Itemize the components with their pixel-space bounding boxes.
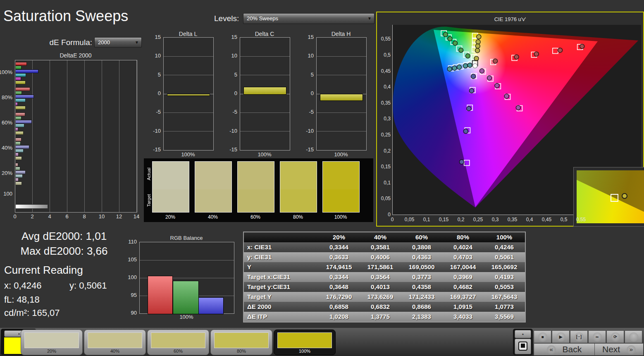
current-cdm2: cd/m²: 165,07	[4, 308, 60, 318]
levels-dropdown[interactable]: 20% Sweeps ▼	[243, 13, 374, 24]
cie-measured-circle	[469, 88, 474, 93]
table-cell: 0,3808	[401, 242, 442, 252]
deltae-group-label: 40%	[2, 145, 12, 151]
deltae-gridline	[102, 60, 102, 212]
deltae-bar	[15, 131, 24, 135]
cie-measured-circle	[473, 64, 477, 68]
chevron-down-icon: ▼	[135, 38, 139, 47]
patch-button-40%[interactable]: 40%	[84, 330, 146, 355]
compare-swatch-20%	[152, 161, 189, 213]
delta-gridline	[240, 75, 290, 75]
cie-measured-circle	[493, 59, 498, 63]
rgb-y-tick: 110	[128, 239, 137, 245]
delta-y-tick: -15	[306, 146, 314, 153]
cie-y-tick: 0,1	[378, 180, 391, 186]
deltae-bar	[15, 174, 23, 178]
cie-measured-circle	[452, 66, 457, 70]
patch-color-chip	[214, 332, 269, 348]
delta-c-y-axis: 151050-5-10-15	[227, 37, 238, 150]
cie-measured-circle	[504, 94, 509, 98]
de-formula-dropdown[interactable]: 2000 ▼	[94, 37, 142, 48]
patch-button-label: 100%	[274, 349, 335, 354]
avg-de2000: Avg dE2000: 1,01	[4, 230, 124, 243]
cie-y-tick: 0,4	[378, 84, 391, 90]
deltae-x-tick: 10	[99, 213, 105, 220]
cie-x-tick: 0,25	[473, 217, 483, 222]
table-cell: 1,0773	[484, 302, 525, 312]
deltae-chart-title: DeltaE 2000	[15, 52, 136, 59]
delta-bar	[243, 87, 286, 95]
next-button[interactable]: Next »	[594, 343, 644, 356]
transport-bracket-button[interactable]: [··]	[570, 330, 588, 343]
table-cell: 0,6858	[318, 302, 360, 312]
table-cell: 0,3969	[442, 272, 484, 282]
compare-swatch-label: 60%	[237, 214, 274, 220]
delta-y-tick: 15	[308, 34, 314, 40]
deltae-bar	[15, 141, 21, 145]
table-row-label: ΔE 2000	[244, 302, 318, 312]
deltae-group-label: 100	[3, 191, 12, 197]
compare-swatch-label: 100%	[322, 214, 359, 220]
compare-swatch-label: 20%	[152, 214, 188, 220]
cie-measured-circle	[475, 44, 480, 48]
cie-measured-circle	[580, 44, 584, 49]
cie-measured-circle	[477, 34, 481, 39]
compare-swatch-80%	[280, 161, 317, 213]
patch-button-label: 20%	[21, 349, 82, 354]
table-row-label: x: CIE31	[244, 242, 318, 252]
controls-expand-button[interactable]: ▲	[515, 330, 531, 338]
transport-infinity-button[interactable]: ∞	[588, 330, 606, 343]
patch-color-chip	[277, 332, 332, 348]
compare-swatch-label: 80%	[280, 214, 316, 220]
patch-color-chip	[24, 332, 79, 348]
deltae-group-label: 20%	[2, 170, 12, 176]
table-cell: 0,4006	[360, 252, 401, 262]
delta-c-chart	[240, 37, 290, 151]
cie-measured-circle	[463, 129, 468, 134]
cie-measured-circle	[448, 36, 452, 41]
window-size-button[interactable]	[515, 339, 531, 354]
patch-button-60%[interactable]: 60%	[147, 330, 209, 355]
deltae-gridline	[84, 60, 85, 212]
patch-button-100%[interactable]: 100%	[274, 330, 336, 355]
delta-l-x-label: 100%	[163, 151, 213, 158]
delta-y-tick: 10	[231, 53, 237, 59]
table-cell: 0,5061	[484, 252, 525, 262]
bottom-toolbar: ▲ 20%40%60%80%100% ▲ ■▶[··]∞⟳ « Back Nex…	[0, 328, 644, 356]
patch-button-20%[interactable]: 20%	[21, 330, 83, 355]
patch-button-80%[interactable]: 80%	[210, 330, 272, 355]
delta-gridline	[240, 56, 290, 57]
bracket-icon: [··]	[575, 332, 584, 342]
chevron-down-icon: ▼	[367, 14, 372, 23]
transport-refresh-button[interactable]: ⟳	[606, 330, 624, 343]
deltae-x-axis: 02468101214	[15, 213, 139, 220]
deltae-bar	[15, 182, 22, 185]
transport-stop-button[interactable]: ■	[534, 330, 551, 343]
back-button[interactable]: « Back	[534, 343, 595, 356]
table-cell: 0,4024	[442, 242, 484, 252]
table-row-label: Target Y	[244, 292, 318, 302]
table-cell: 0,4703	[442, 252, 484, 262]
cie-measured-circle	[514, 55, 519, 59]
deltae-bar	[15, 156, 22, 160]
transport-play-button[interactable]: ▶	[552, 330, 570, 343]
patch-button-label: 60%	[148, 349, 209, 354]
deltae-gridline	[32, 60, 33, 212]
deltae-bar	[15, 102, 18, 106]
patch-button-label: 40%	[84, 349, 145, 354]
cie-y-tick: 0,45	[378, 68, 391, 74]
table-row-label: Target y:CIE31	[244, 282, 318, 292]
deltae-bar	[15, 106, 26, 110]
deltae-bar	[15, 120, 32, 124]
target-color	[238, 189, 274, 212]
cie-measured-circle	[558, 48, 563, 53]
table-row: y: CIE310,36330,40060,43630,47030,5061	[244, 252, 525, 262]
deltae-bar	[15, 145, 29, 149]
play-icon: ▶	[556, 332, 565, 342]
deltae-bar	[15, 73, 26, 77]
rgb-y-tick: 100	[128, 274, 137, 280]
deltae-bar	[15, 62, 27, 66]
delta-h-chart	[316, 37, 367, 151]
table-cell: 1,3775	[360, 312, 401, 322]
back-chevron-icon: «	[547, 345, 556, 354]
